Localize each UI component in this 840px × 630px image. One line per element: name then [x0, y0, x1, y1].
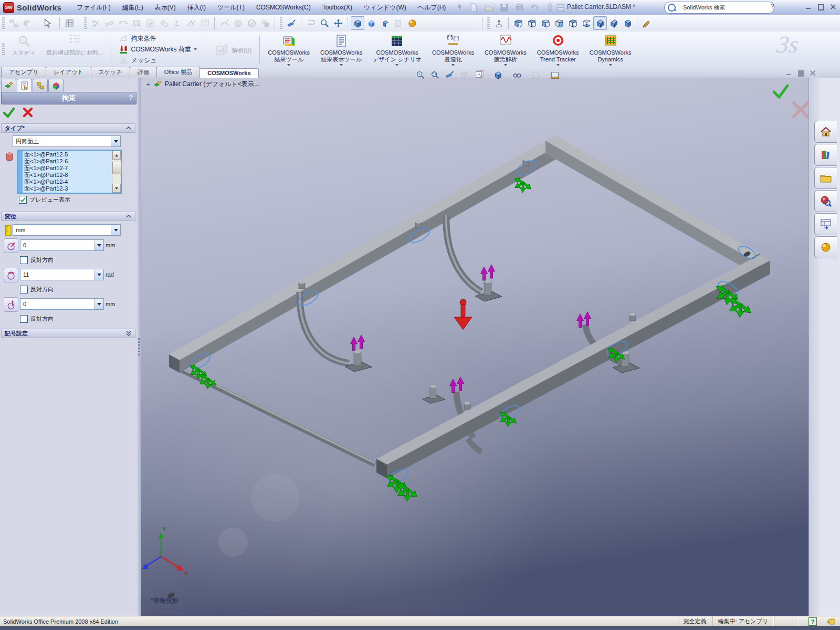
view-bottom-icon[interactable] [580, 16, 593, 30]
dynamics-dropdown-icon[interactable] [609, 64, 612, 66]
dropdown-arrow-icon[interactable] [111, 225, 120, 235]
zebra-stripes-icon[interactable] [231, 16, 245, 30]
confirm-ok-corner-icon[interactable] [772, 84, 789, 99]
view-isometric-icon[interactable] [593, 16, 607, 30]
filter-wand-icon[interactable] [285, 16, 298, 30]
cosmosworks-manager-tab[interactable] [48, 79, 64, 92]
view-dimetric-icon[interactable] [621, 16, 634, 30]
verify-icon[interactable] [245, 16, 258, 30]
save-icon[interactable] [500, 3, 509, 12]
hidden-lines-icon[interactable] [378, 16, 392, 30]
draft-quality-icon[interactable] [392, 16, 405, 30]
mesh-button[interactable]: メッシュ [117, 55, 198, 66]
optimization-button[interactable]: COSMOSWorks最適化 [427, 32, 479, 67]
tab-assembly[interactable]: アセンブリ [1, 67, 46, 78]
apply-scene-icon[interactable] [640, 16, 654, 30]
deviation-icon[interactable] [184, 16, 198, 30]
loads-button[interactable]: COSMOSWorks 荷重 [117, 44, 198, 55]
curvature-icon[interactable] [217, 16, 231, 30]
toolbar-grip[interactable] [2, 17, 5, 29]
solidworks-resources-tab[interactable] [814, 121, 837, 143]
spin-arrow-icon[interactable] [94, 299, 103, 309]
compare-icon[interactable] [258, 16, 272, 30]
tree-expand-toggle[interactable]: + [145, 81, 151, 88]
design-scenario-dropdown-icon[interactable] [395, 64, 398, 66]
sketch-grid-icon[interactable] [62, 16, 76, 30]
radial-value-input[interactable]: 0 [20, 239, 104, 251]
confirm-cancel-corner-icon[interactable] [791, 101, 808, 119]
close-button[interactable] [829, 3, 837, 10]
collapse-chevron-icon[interactable] [125, 214, 132, 219]
dropdown-arrow-icon[interactable] [111, 136, 120, 146]
trend-tracker-dropdown-icon[interactable] [556, 64, 560, 66]
splitter-handle[interactable] [138, 338, 140, 356]
property-manager-tab[interactable] [17, 79, 32, 92]
magnifying-wand-icon[interactable] [443, 68, 457, 82]
flyout-feature-tree[interactable]: + Pallet Carrier (デフォルト<表示... [145, 80, 259, 89]
dynamics-button[interactable]: COSMOSWorksDynamics [584, 32, 637, 67]
preview-checkbox-row[interactable]: プレビュー表示 [19, 196, 70, 204]
view-front-icon[interactable] [511, 16, 525, 30]
display-style-icon[interactable] [491, 68, 505, 82]
trend-tracker-button[interactable]: COSMOSWorksTrend Tracker [532, 32, 584, 67]
equations-icon[interactable]: Σ [171, 16, 184, 30]
face-list-item[interactable]: 面<1>@Part12-8 [24, 172, 112, 178]
radial-direction-button[interactable] [4, 238, 18, 253]
spin-arrow-icon[interactable] [94, 240, 103, 250]
normal-to-icon[interactable] [492, 16, 506, 30]
ok-button[interactable] [3, 107, 15, 118]
axial-direction-button[interactable] [4, 297, 18, 312]
print-icon[interactable] [515, 3, 524, 12]
fatigue-dropdown-icon[interactable] [504, 64, 507, 66]
search-box[interactable] [664, 2, 774, 14]
menu-window[interactable]: ウィンドウ(W) [358, 1, 412, 15]
exploded-view-icon[interactable] [7, 16, 20, 30]
search-results-tab[interactable] [814, 190, 837, 212]
zoom-to-fit-icon[interactable] [318, 16, 331, 30]
preview-checkbox[interactable] [19, 196, 27, 204]
view-palette-tab[interactable] [814, 213, 837, 235]
axial-reverse-row[interactable]: 反対方向 [20, 315, 54, 323]
quick-tips-icon[interactable]: ? [808, 617, 817, 626]
menu-view[interactable]: 表示(V) [149, 1, 182, 15]
view-right-icon[interactable] [552, 16, 566, 30]
restraint-type-dropdown[interactable]: 円筒面上 [13, 135, 121, 147]
search-input[interactable] [682, 4, 758, 12]
minimize-button[interactable] [805, 3, 813, 10]
listbox-scrollbar[interactable] [112, 151, 121, 193]
zoom-area-icon[interactable] [428, 68, 442, 82]
unit-dropdown[interactable]: mm [13, 224, 121, 236]
scroll-up-icon[interactable] [112, 151, 121, 160]
edit-appearance-icon[interactable] [529, 68, 543, 82]
menu-tools[interactable]: ツール(T) [212, 1, 250, 15]
cancel-button[interactable] [22, 107, 34, 118]
run-analysis-button[interactable]: 解析(U) [208, 32, 257, 67]
render-sphere-icon[interactable] [405, 16, 419, 30]
shaded-icon[interactable] [364, 16, 378, 30]
apply-scene-hud-icon[interactable] [548, 68, 562, 82]
menu-insert[interactable]: 挿入(I) [182, 1, 212, 15]
doc-close-button[interactable] [808, 69, 816, 76]
file-explorer-tab[interactable] [814, 167, 837, 189]
view-orientation-icon[interactable] [472, 68, 486, 82]
displacement-section-header[interactable]: 変位 [1, 212, 135, 221]
design-table-icon[interactable] [198, 16, 212, 30]
measure-icon[interactable] [102, 16, 116, 30]
select-cursor-icon[interactable] [40, 16, 54, 30]
symbol-settings-section-header[interactable]: 記号設定 [1, 329, 135, 338]
circumferential-direction-button[interactable] [4, 268, 18, 282]
face-list-item[interactable]: 面<1>@Part12-6 [24, 158, 112, 165]
view-top-icon[interactable] [566, 16, 580, 30]
tab-layout[interactable]: レイアウト [46, 67, 91, 78]
loads-dropdown-icon[interactable] [194, 48, 197, 50]
new-document-icon[interactable] [469, 3, 478, 12]
menu-edit[interactable]: 編集(E) [117, 1, 149, 15]
face-list-item[interactable]: 面<1>@Part12-3 [24, 185, 112, 192]
tab-office-products[interactable]: Office 製品 [156, 67, 201, 78]
face-list-item[interactable]: 面<1>@Part12-5 [24, 151, 112, 158]
radial-reverse-checkbox[interactable] [20, 256, 28, 264]
shaded-with-edges-icon[interactable] [351, 16, 364, 30]
graphics-viewport[interactable]: Y X Z + Pallet Carrier (デフォルト<表示... *等角投… [141, 78, 808, 616]
menu-help[interactable]: ヘルプ(H) [412, 1, 452, 15]
open-document-icon[interactable] [485, 3, 494, 12]
